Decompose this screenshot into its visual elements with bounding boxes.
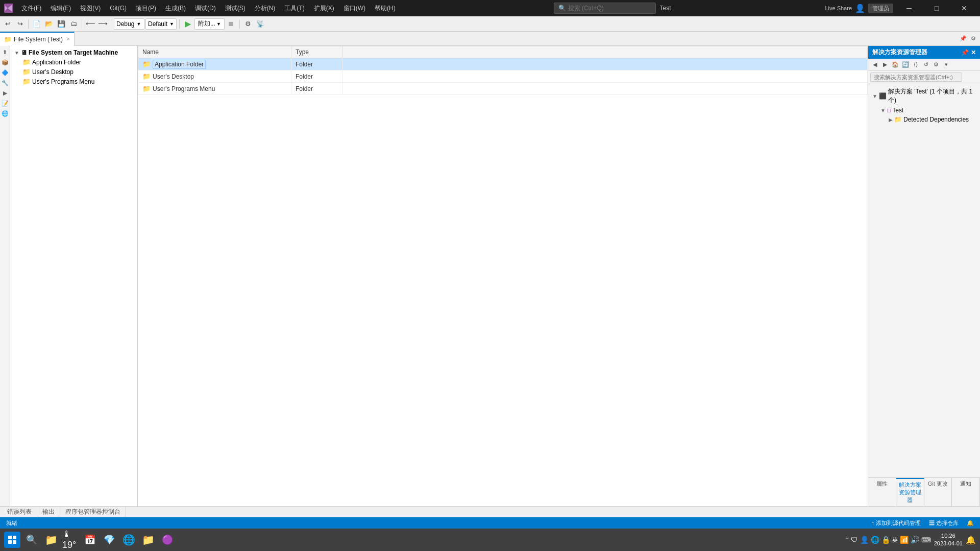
lang-indicator[interactable]: 英	[892, 536, 898, 544]
systray: ⌃ 🛡 👤 🌐 🔒 英 📶 🔊 ⌨	[844, 536, 931, 544]
run-btn[interactable]: ▶	[182, 18, 193, 30]
activity-icon-4[interactable]: 🔧	[1, 79, 9, 87]
status-ready[interactable]: 就绪	[4, 519, 19, 527]
menu-build[interactable]: 生成(B)	[161, 2, 190, 15]
close-btn[interactable]: ✕	[952, 0, 976, 16]
fs-desktop[interactable]: 📁 User's Desktop	[20, 67, 135, 77]
taskbar-search[interactable]: 🔍	[23, 532, 40, 548]
stop-btn[interactable]: ⏹	[226, 18, 237, 30]
search-input[interactable]	[568, 5, 650, 12]
menu-edit[interactable]: 编辑(E)	[46, 2, 75, 15]
solution-config-btn[interactable]: ⚙	[242, 18, 254, 30]
menu-tools[interactable]: 工具(T)	[280, 2, 308, 15]
taskbar-search-icon: 🔍	[26, 534, 37, 545]
rp-tab-solution-explorer[interactable]: 解决方案资源管理器	[896, 478, 924, 506]
solution-root[interactable]: ▼ ⬛ 解决方案 'Test' (1 个项目，共 1 个)	[870, 86, 978, 106]
bottom-tab-output[interactable]: 输出	[37, 507, 60, 517]
taskbar-vs[interactable]: 🟣	[159, 532, 176, 548]
status-bell[interactable]: 🔔	[965, 520, 976, 526]
fs-root-expand[interactable]: ▼	[14, 50, 19, 56]
undo-btn[interactable]: ↩	[2, 18, 13, 30]
detected-deps[interactable]: ▶ 📁 Detected Dependencies	[887, 115, 978, 124]
menu-file[interactable]: 文件(F)	[17, 2, 45, 15]
status-select-repo[interactable]: ☰ 选择仓库	[927, 519, 961, 527]
rp-settings-btn[interactable]: ⚙	[932, 60, 941, 69]
status-add-source[interactable]: ↑ 添加到源代码管理	[869, 519, 923, 527]
systray-up-arrow[interactable]: ⌃	[844, 537, 849, 543]
redo2-btn[interactable]: ⟶	[97, 18, 108, 30]
global-search[interactable]: 🔍	[554, 3, 656, 14]
notification-btn[interactable]: 🔔	[966, 535, 976, 545]
menu-analyze[interactable]: 分析(N)	[251, 2, 280, 15]
maximize-btn[interactable]: □	[925, 0, 948, 16]
rp-refresh-btn[interactable]: ↺	[921, 60, 930, 69]
activity-icon-2[interactable]: 📦	[1, 58, 9, 66]
activity-icon-1[interactable]: ⬆	[1, 48, 9, 56]
new-file-btn[interactable]: 📄	[31, 18, 42, 30]
rp-nav-back[interactable]: ◀	[870, 60, 879, 69]
rp-filter-btn[interactable]: ▾	[942, 60, 951, 69]
attach-btn[interactable]: 附加... ▼	[194, 18, 225, 30]
solution-expand-icon[interactable]: ▼	[872, 93, 877, 99]
rp-nav-forward[interactable]: ▶	[880, 60, 890, 69]
taskbar-weather[interactable]: 🌡 19°	[62, 532, 79, 548]
rp-close-icon[interactable]: ✕	[971, 49, 976, 56]
rp-tab-properties[interactable]: 属性	[868, 478, 896, 506]
table-row[interactable]: 📁User's Programs MenuFolder	[138, 83, 868, 95]
rp-collapse-btn[interactable]: ⟨⟩	[911, 60, 920, 69]
start-button[interactable]	[4, 532, 20, 548]
menu-project[interactable]: 项目(P)	[132, 2, 160, 15]
menu-debug[interactable]: 调试(D)	[191, 2, 220, 15]
taskbar-chrome[interactable]: 🌐	[120, 532, 137, 548]
taskbar-calendar[interactable]: 📅	[82, 532, 98, 548]
tab-settings-btn[interactable]: ⚙	[969, 34, 978, 43]
menu-git[interactable]: Git(G)	[106, 3, 131, 14]
live-btn[interactable]: 📡	[255, 18, 266, 30]
live-share-btn[interactable]: Live Share	[825, 5, 852, 11]
activity-icon-7[interactable]: 🌐	[1, 109, 9, 117]
taskbar-file-explorer[interactable]: 📁	[43, 532, 59, 548]
table-row[interactable]: 📁Application FolderFolder	[138, 58, 868, 70]
tab-close-btn[interactable]: ×	[67, 36, 70, 42]
solution-search-input[interactable]	[870, 73, 962, 82]
menu-window[interactable]: 窗口(W)	[339, 2, 370, 15]
project-expand-icon[interactable]: ▼	[880, 108, 886, 113]
rp-sync-btn[interactable]: 🔄	[901, 60, 910, 69]
main-area: ⬆ 📦 🔷 🔧 ▶ 📝 🌐 ▼ 🖥 File System on Target …	[0, 46, 980, 506]
open-btn[interactable]: 📂	[43, 18, 55, 30]
taskbar-notes[interactable]: 💎	[101, 532, 117, 548]
rp-pin-btn[interactable]: 📌	[961, 49, 969, 56]
menu-test[interactable]: 测试(S)	[221, 2, 250, 15]
rp-tab-notifications[interactable]: 通知	[952, 478, 980, 506]
redo-btn[interactable]: ↪	[14, 18, 26, 30]
solution-explorer-header: 解决方案资源管理器 📌 ✕	[868, 46, 980, 59]
bottom-tab-errors[interactable]: 错误列表	[2, 507, 37, 517]
undo2-btn[interactable]: ⟵	[85, 18, 96, 30]
tab-pin-btn[interactable]: 📌	[959, 34, 968, 43]
menu-extensions[interactable]: 扩展(X)	[310, 2, 338, 15]
activity-icon-3[interactable]: 🔷	[1, 68, 9, 77]
activity-icon-6[interactable]: 📝	[1, 99, 9, 107]
menu-help[interactable]: 帮助(H)	[371, 2, 400, 15]
project-test[interactable]: ▼ □ Test	[878, 106, 978, 115]
activity-icon-5[interactable]: ▶	[1, 89, 9, 97]
save-all-btn[interactable]: 🗂	[68, 18, 79, 30]
rp-home-btn[interactable]: 🏠	[891, 60, 900, 69]
taskbar-explorer2[interactable]: 📁	[140, 532, 156, 548]
platform-dropdown[interactable]: Default ▼	[145, 18, 177, 30]
bottom-tab-package[interactable]: 程序包管理器控制台	[60, 507, 126, 517]
minimize-btn[interactable]: ─	[897, 0, 921, 16]
user-icon: 👤	[855, 4, 865, 13]
clock[interactable]: 10:26 2023-04-01	[934, 532, 963, 548]
fs-root-item: ▼ 🖥 File System on Target Machine	[12, 48, 135, 57]
table-row[interactable]: 📁User's DesktopFolder	[138, 70, 868, 83]
fs-tab[interactable]: 📁 File System (Test) ×	[0, 32, 75, 46]
debug-dropdown[interactable]: Debug ▼	[114, 18, 144, 30]
menu-view[interactable]: 视图(V)	[76, 2, 105, 15]
deps-expand-icon[interactable]: ▶	[889, 117, 893, 123]
manage-btn[interactable]: 管理员	[868, 4, 893, 13]
rp-tab-git[interactable]: Git 更改	[924, 478, 952, 506]
fs-app-folder[interactable]: 📁 Application Folder	[20, 57, 135, 67]
fs-programs-menu[interactable]: 📁 User's Programs Menu	[20, 77, 135, 86]
save-btn[interactable]: 💾	[56, 18, 67, 30]
